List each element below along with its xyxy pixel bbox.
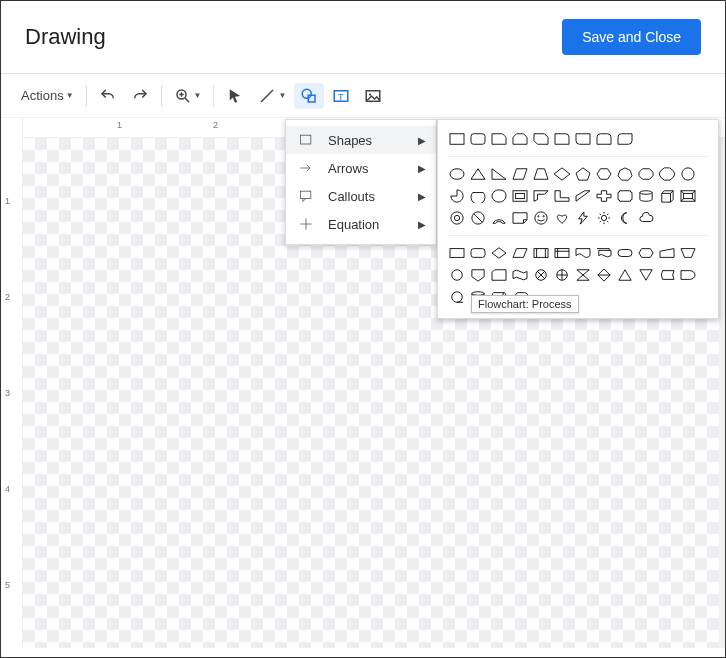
undo-button[interactable] [93,83,123,109]
shape-heart[interactable] [553,209,571,227]
shape-flowchart-document[interactable] [574,244,592,262]
submenu-arrow-icon: ▶ [418,163,426,174]
shape-flowchart-sort[interactable] [595,266,613,284]
dialog-header: Drawing Save and Close [1,1,725,74]
redo-button[interactable] [125,83,155,109]
svg-point-10 [369,93,371,95]
line-tool-button[interactable]: ▼ [252,83,292,109]
shape-flowchart-decision[interactable] [490,244,508,262]
menu-item-shapes[interactable]: Shapes ▶ [286,126,436,154]
shape-flowchart-extract[interactable] [616,266,634,284]
shape-cube[interactable] [658,187,676,205]
shape-flowchart-sequential-access[interactable] [448,288,466,306]
shape-round-single-corner[interactable] [574,130,592,148]
svg-rect-12 [300,191,310,198]
shape-flowchart-terminator[interactable] [616,244,634,262]
shape-flowchart-predefined-process[interactable] [532,244,550,262]
svg-line-45 [600,221,601,222]
shape-parallelogram[interactable] [511,165,529,183]
shape-flowchart-internal-storage[interactable] [553,244,571,262]
dialog-title: Drawing [25,24,106,50]
shape-decagon[interactable] [658,165,676,183]
chevron-down-icon: ▼ [278,91,286,100]
shape-folded-corner[interactable] [511,209,529,227]
svg-rect-6 [309,95,316,102]
shape-flowchart-delay[interactable] [679,266,697,284]
shape-snip-same-side[interactable] [511,130,529,148]
shape-right-triangle[interactable] [490,165,508,183]
zoom-button[interactable]: ▼ [168,83,208,109]
shape-flowchart-punched-tape[interactable] [511,266,529,284]
shape-trapezoid[interactable] [532,165,550,183]
image-tool-button[interactable] [358,83,388,109]
shape-round-diagonal[interactable] [616,130,634,148]
shape-flowchart-offpage-connector[interactable] [469,266,487,284]
shape-flowchart-manual-operation[interactable] [679,244,697,262]
shape-frame[interactable] [511,187,529,205]
actions-label: Actions [21,88,64,103]
shape-flowchart-connector[interactable] [448,266,466,284]
shape-flowchart-process[interactable] [448,244,466,262]
shape-pie[interactable] [448,187,466,205]
svg-marker-20 [659,168,675,180]
textbox-tool-button[interactable]: T [326,83,356,109]
shape-flowchart-preparation[interactable] [637,244,655,262]
shape-flowchart-or[interactable] [553,266,571,284]
shape-flowchart-manual-input[interactable] [658,244,676,262]
shape-pentagon[interactable] [574,165,592,183]
shape-block-arc[interactable] [490,209,508,227]
ruler-mark: 3 [5,388,10,398]
shape-sun[interactable] [595,209,613,227]
shape-flowchart-collate[interactable] [574,266,592,284]
shape-flowchart-multidocument[interactable] [595,244,613,262]
shape-oval[interactable] [448,165,466,183]
menu-item-equation[interactable]: Equation ▶ [286,210,436,238]
svg-point-32 [454,215,459,220]
svg-rect-47 [450,249,464,258]
shape-diagonal-stripe[interactable] [574,187,592,205]
shape-teardrop[interactable] [490,187,508,205]
shape-chord[interactable] [469,187,487,205]
actions-menu-button[interactable]: Actions ▼ [15,84,80,107]
shape-flowchart-data[interactable] [511,244,529,262]
shape-flowchart-alternate-process[interactable] [469,244,487,262]
shape-bevel[interactable] [679,187,697,205]
shape-flowchart-summing-junction[interactable] [532,266,550,284]
shape-dodecagon[interactable] [679,165,697,183]
ruler-mark: 2 [213,120,218,130]
shape-triangle[interactable] [469,165,487,183]
shape-donut[interactable] [448,209,466,227]
menu-item-arrows[interactable]: Arrows ▶ [286,154,436,182]
shape-half-frame[interactable] [532,187,550,205]
menu-item-callouts[interactable]: Callouts ▶ [286,182,436,210]
shape-flowchart-stored-data[interactable] [658,266,676,284]
shape-snip-diagonal[interactable] [532,130,550,148]
shape-moon[interactable] [616,209,634,227]
shape-plaque[interactable] [616,187,634,205]
shape-cross[interactable] [595,187,613,205]
shape-diamond[interactable] [553,165,571,183]
shape-smiley[interactable] [532,209,550,227]
svg-point-5 [303,89,312,98]
svg-rect-26 [684,193,693,198]
shape-flowchart-card[interactable] [490,266,508,284]
shape-rectangle[interactable] [448,130,466,148]
shape-octagon[interactable] [637,165,655,183]
shape-no-symbol[interactable] [469,209,487,227]
shape-flowchart-merge[interactable] [637,266,655,284]
save-and-close-button[interactable]: Save and Close [562,19,701,55]
shape-can[interactable] [637,187,655,205]
shape-tool-button[interactable] [294,83,324,109]
shape-heptagon[interactable] [616,165,634,183]
shape-snip-round-single[interactable] [553,130,571,148]
shape-l-shape[interactable] [553,187,571,205]
svg-point-17 [450,169,464,180]
shape-rounded-rectangle[interactable] [469,130,487,148]
shape-lightning[interactable] [574,209,592,227]
shape-round-same-side[interactable] [595,130,613,148]
shape-cloud[interactable] [637,209,655,227]
select-tool-button[interactable] [220,83,250,109]
shape-snip-single-corner[interactable] [490,130,508,148]
shape-hexagon[interactable] [595,165,613,183]
svg-rect-55 [618,250,632,257]
